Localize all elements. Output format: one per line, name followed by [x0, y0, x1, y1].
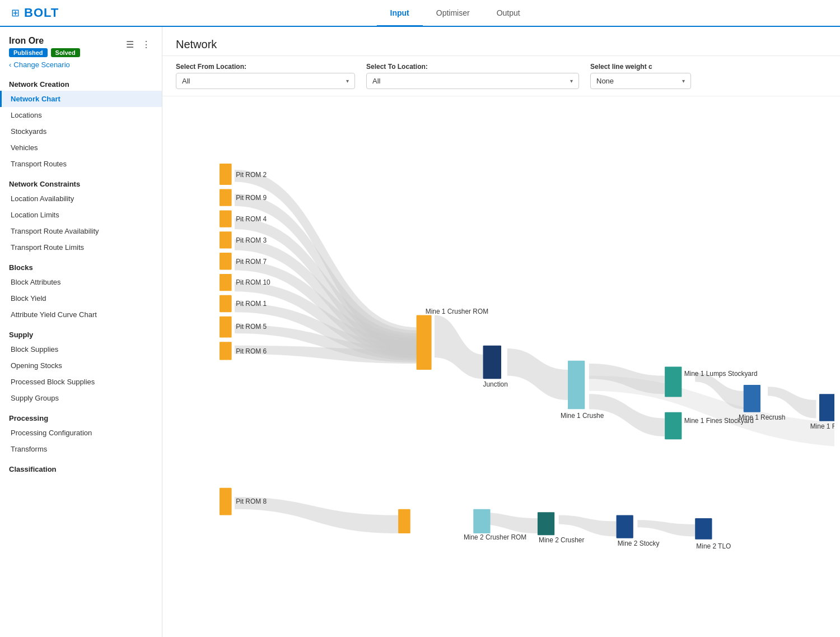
node-junction: [483, 346, 501, 379]
section-classification: Classification: [0, 457, 162, 476]
nav-tabs: Input Optimiser Output: [81, 1, 829, 26]
sidebar: Iron Ore Published Solved ‹ Change Scena…: [0, 27, 162, 637]
sidebar-item-block-attributes[interactable]: Block Attributes: [0, 274, 162, 290]
change-scenario-link[interactable]: ‹ Change Scenario: [9, 59, 80, 70]
sidebar-item-transport-route-availability[interactable]: Transport Route Availability: [0, 223, 162, 239]
section-supply: Supply: [0, 323, 162, 341]
label-pit-rom-8: Pit ROM 8: [236, 497, 267, 505]
sidebar-item-block-yield[interactable]: Block Yield: [0, 290, 162, 306]
node-pit-rom-9: [220, 189, 232, 206]
filter-weight-group: Select line weight c None ▾: [590, 63, 691, 89]
notes-icon-button[interactable]: ☰: [124, 38, 136, 51]
sidebar-badges: Published Solved: [9, 48, 80, 57]
label-pit-rom-10: Pit ROM 10: [236, 278, 270, 286]
node-pit-rom-7: [220, 253, 232, 269]
label-mine2-tlo: Mine 2 TLO: [696, 542, 731, 550]
content-header: Network: [162, 27, 840, 56]
flow-mine2crusher-stockyard: [559, 515, 617, 537]
chevron-down-icon-2: ▾: [570, 78, 573, 84]
sidebar-header-row: Iron Ore Published Solved ‹ Change Scena…: [9, 36, 153, 70]
node-pit-rom-2: [220, 164, 232, 185]
node-mine2-crusher-rom: [473, 509, 490, 533]
sidebar-item-supply-groups[interactable]: Supply Groups: [0, 390, 162, 406]
node-mine1-lumps-stockyard: [665, 367, 682, 397]
sidebar-header-actions: ☰ ⋮: [124, 38, 153, 51]
label-pit-rom-6: Pit ROM 6: [236, 347, 267, 355]
label-mine2-stockyard: Mine 2 Stocky: [618, 540, 660, 547]
node-mine1-crusher: [568, 361, 585, 410]
sidebar-item-opening-stocks[interactable]: Opening Stocks: [0, 357, 162, 374]
label-pit-rom-9: Pit ROM 9: [236, 194, 267, 202]
label-mine1-lumps-stockyard: Mine 1 Lumps Stockyard: [684, 370, 758, 378]
sidebar-item-processed-block-supplies[interactable]: Processed Block Supplies: [0, 374, 162, 390]
sidebar-item-network-chart[interactable]: Network Chart: [0, 91, 162, 107]
tab-input[interactable]: Input: [377, 1, 423, 27]
sidebar-item-stockyards[interactable]: Stockyards: [0, 123, 162, 140]
page-title: Network: [176, 38, 827, 51]
chevron-down-icon: ▾: [346, 78, 349, 84]
label-mine2-crusher-rom: Mine 2 Crusher ROM: [464, 533, 526, 541]
section-network-constraints: Network Constraints: [0, 172, 162, 190]
main-layout: Iron Ore Published Solved ‹ Change Scena…: [0, 27, 840, 637]
filter-from-value: All: [182, 77, 190, 85]
sidebar-item-vehicles[interactable]: Vehicles: [0, 140, 162, 156]
filter-to-label: Select To Location:: [366, 63, 579, 71]
label-mine2-crusher: Mine 2 Crusher: [539, 536, 584, 544]
node-pit-rom-5: [220, 317, 232, 338]
section-network-creation: Network Creation: [0, 72, 162, 91]
label-mine1-crusher: Mine 1 Crushe: [561, 412, 604, 420]
badge-published: Published: [9, 48, 48, 57]
node-pit-rom-3: [220, 231, 232, 248]
sankey-diagram: Pit ROM 2 Pit ROM 9 Pit ROM 4 Pit ROM 3 …: [168, 102, 834, 631]
node-mine1-fines-stockyard: [665, 412, 682, 440]
node-mine1-recrush: [744, 385, 760, 412]
filter-from-group: Select From Location: All ▾: [176, 63, 355, 89]
node-mine2-crusher: [538, 512, 554, 535]
node-pit-rom-6: [220, 342, 232, 360]
sidebar-item-attribute-yield-curve-chart[interactable]: Attribute Yield Curve Chart: [0, 306, 162, 323]
sidebar-item-location-availability[interactable]: Location Availability: [0, 190, 162, 207]
filter-to-select[interactable]: All ▾: [366, 73, 579, 89]
label-pit-rom-1: Pit ROM 1: [236, 300, 267, 308]
tab-optimiser[interactable]: Optimiser: [423, 1, 483, 27]
label-pit-rom-5: Pit ROM 5: [236, 323, 267, 331]
change-scenario-label: Change Scenario: [13, 61, 69, 69]
section-processing: Processing: [0, 406, 162, 425]
sidebar-item-transport-route-limits[interactable]: Transport Route Limits: [0, 239, 162, 255]
project-title: Iron Ore: [9, 36, 80, 46]
flow-crusher-junction: [435, 315, 483, 379]
tab-output[interactable]: Output: [483, 1, 534, 27]
label-mine1-crusher-rom: Mine 1 Crusher ROM: [426, 308, 488, 315]
project-info: Iron Ore Published Solved ‹ Change Scena…: [9, 36, 80, 70]
chevron-left-icon: ‹: [9, 61, 11, 69]
filter-weight-select[interactable]: None ▾: [590, 73, 691, 89]
node-mine2-stockyard: [617, 515, 633, 538]
app-name: BOLT: [24, 6, 59, 20]
sidebar-item-transforms[interactable]: Transforms: [0, 441, 162, 457]
sidebar-item-location-limits[interactable]: Location Limits: [0, 207, 162, 223]
label-pit-rom-3: Pit ROM 3: [236, 236, 267, 244]
sidebar-item-processing-configuration[interactable]: Processing Configuration: [0, 425, 162, 441]
flow-mine2stockyard-tlo: [637, 520, 695, 536]
sidebar-item-locations[interactable]: Locations: [0, 107, 162, 123]
filter-weight-label: Select line weight c: [590, 63, 691, 71]
label-mine1-recrush: Mine 1 Recrush: [739, 413, 785, 421]
node-mine1-crusher-rom: [417, 315, 432, 370]
chevron-down-icon-3: ▾: [682, 78, 685, 84]
main-content: Network Select From Location: All ▾ Sele…: [162, 27, 840, 637]
filter-to-value: All: [372, 77, 380, 85]
label-pit-rom-7: Pit ROM 7: [236, 258, 267, 266]
top-navigation: ⊞ BOLT Input Optimiser Output: [0, 0, 840, 27]
filter-to-group: Select To Location: All ▾: [366, 63, 579, 89]
sidebar-item-block-supplies[interactable]: Block Supplies: [0, 341, 162, 357]
node-pit-rom-1: [220, 295, 232, 312]
filter-from-select[interactable]: All ▾: [176, 73, 355, 89]
more-options-button[interactable]: ⋮: [139, 38, 153, 51]
flow-junction-mine1crusher: [507, 348, 568, 400]
node-mine2-crusher-rom-orange: [398, 509, 410, 533]
label-mine1-recrush-stockyard: Mine 1 Recrush Stockyard: [810, 422, 834, 430]
filter-from-label: Select From Location:: [176, 63, 355, 71]
grid-icon: ⊞: [11, 7, 20, 19]
sidebar-item-transport-routes[interactable]: Transport Routes: [0, 156, 162, 172]
section-blocks: Blocks: [0, 255, 162, 274]
